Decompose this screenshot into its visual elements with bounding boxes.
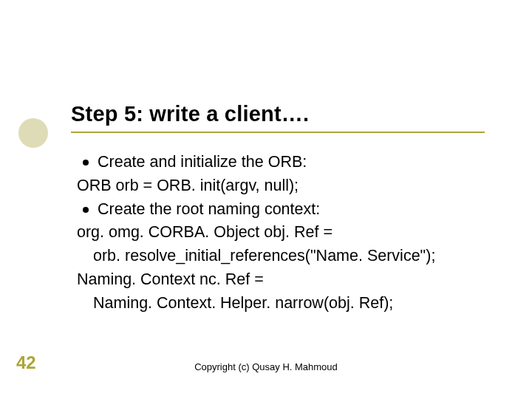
- code-line: orb. resolve_initial_references("Name. S…: [77, 245, 505, 268]
- slide: Step 5: write a client…. Create and init…: [0, 0, 532, 399]
- slide-title: Step 5: write a client….: [71, 102, 309, 126]
- code-line: Naming. Context nc. Ref =: [77, 268, 505, 292]
- slide-body: Create and initialize the ORB: ORB orb =…: [77, 151, 505, 316]
- title-underline: [71, 132, 485, 133]
- code-line: ORB orb = ORB. init(argv, null);: [77, 174, 505, 198]
- bullet-icon: [77, 198, 98, 222]
- code-line: Naming. Context. Helper. narrow(obj. Ref…: [77, 292, 505, 316]
- code-line: org. omg. CORBA. Object obj. Ref =: [77, 221, 505, 245]
- bullet-text: Create the root naming context:: [98, 198, 505, 222]
- bullet-item: Create the root naming context:: [77, 198, 505, 222]
- bullet-icon: [77, 151, 98, 174]
- bullet-text: Create and initialize the ORB:: [98, 151, 505, 174]
- footer-copyright: Copyright (c) Qusay H. Mahmoud: [0, 361, 532, 372]
- bullet-item: Create and initialize the ORB:: [77, 151, 505, 174]
- accent-circle: [18, 118, 48, 148]
